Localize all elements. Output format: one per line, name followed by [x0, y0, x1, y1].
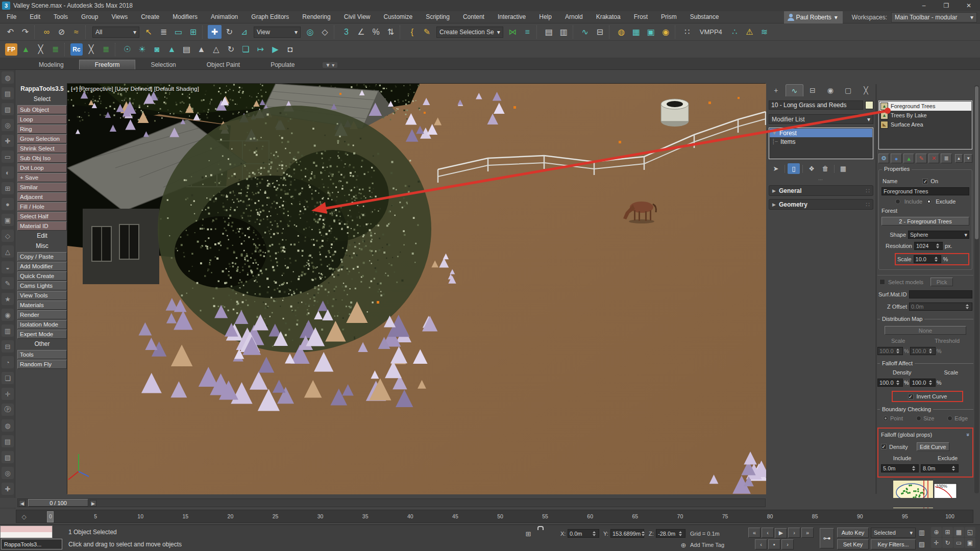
rappa-button-quick-create[interactable]: Quick Create [17, 271, 67, 281]
menu-group[interactable]: Group [75, 11, 105, 23]
menu-tools[interactable]: Tools [47, 11, 75, 23]
prev-key-icon[interactable]: ‹ [755, 539, 767, 549]
rendered-frame-icon[interactable]: ▣ [644, 25, 658, 39]
select-link-icon[interactable]: ∞ [40, 25, 54, 39]
refresh-icon[interactable]: ↻ [224, 42, 238, 56]
restore-button[interactable]: ❐ [935, 0, 958, 11]
rappa-button-material-id[interactable]: Material ID [17, 221, 67, 231]
side-tool-icon[interactable]: ✛ [2, 388, 14, 400]
fg-include-field[interactable]: 5.0m [881, 464, 919, 472]
rappa-button-adjacent[interactable]: Adjacent [17, 192, 67, 202]
go-to-start-icon[interactable]: « [748, 528, 761, 538]
named-selection-set-dropdown[interactable]: Create Selection Se▾ [436, 27, 503, 38]
side-tool-icon[interactable]: ● [2, 198, 14, 210]
select-move-icon[interactable]: ✚ [208, 25, 222, 39]
next-frame-icon[interactable]: › [788, 528, 800, 538]
menu-frost[interactable]: Frost [627, 11, 654, 23]
viewport-canvas[interactable] [67, 84, 766, 494]
menu-create[interactable]: Create [134, 11, 166, 23]
unlink-icon[interactable]: ⊘ [55, 25, 68, 39]
forest-object-button[interactable]: 2 - Foreground Trees [881, 217, 969, 226]
set-key-button[interactable]: Set Key [837, 539, 869, 549]
side-tool-icon[interactable]: ◍ [2, 419, 14, 432]
area-item-surface-area[interactable]: ◣Surface Area [879, 120, 971, 129]
time-slider-handle[interactable]: 0 / 100 [28, 499, 88, 507]
make-unique-icon[interactable]: ❖ [805, 163, 818, 174]
side-tool-icon[interactable]: ◎ [2, 119, 14, 131]
select-scale-icon[interactable]: ⊿ [237, 25, 251, 39]
railclone-lister-icon[interactable]: ≣ [99, 42, 113, 56]
side-tool-icon[interactable]: ⊟ [2, 340, 14, 353]
tab-freeform[interactable]: Freeform [79, 60, 136, 69]
light-lister-icon[interactable]: ☉ [120, 42, 134, 56]
spinner-snap-icon[interactable]: ⇅ [384, 25, 398, 39]
menu-edit[interactable]: Edit [23, 11, 47, 23]
side-tool-icon[interactable]: ◇ [2, 230, 14, 242]
rappa-button-loop[interactable]: Loop [17, 115, 67, 124]
x-field[interactable]: 0.0m [568, 529, 599, 538]
warning-icon[interactable]: ⚠ [743, 25, 756, 39]
object-name-field[interactable]: 10 - Long Grass and Reeds [769, 101, 863, 110]
side-tool-icon[interactable]: ▣ [2, 214, 14, 226]
fov-icon[interactable]: ▭ [953, 538, 964, 548]
tab-object-paint[interactable]: Object Paint [191, 60, 255, 69]
layers-stack-icon[interactable]: ❏ [239, 42, 253, 56]
side-tool-icon[interactable]: Ⓟ [2, 404, 14, 416]
hierarchy-tab-icon[interactable]: ⊟ [804, 84, 821, 96]
add-surface-icon[interactable]: ❂ [878, 154, 889, 163]
remove-modifier-icon[interactable]: 🗑︎ [819, 163, 831, 174]
edit-curve-button[interactable]: Edit Curve [917, 442, 949, 451]
sun-positioner-icon[interactable]: ☀ [135, 42, 149, 56]
time-slider-track[interactable]: ◀ 0 / 100 ▶ [17, 498, 766, 507]
railclone-tools-icon[interactable]: ╳ [84, 42, 98, 56]
rappa-button-ring[interactable]: Ring [17, 124, 67, 134]
forest-pack-icon[interactable]: FP [5, 43, 17, 56]
menu-prism[interactable]: Prism [654, 11, 683, 23]
particle-flow-icon[interactable]: ∴ [728, 25, 742, 39]
rappa-button-view-tools[interactable]: View Tools [17, 291, 67, 300]
material-editor-icon[interactable]: ◍ [615, 25, 628, 39]
rappa-button-dot-loop[interactable]: Dot Loop [17, 163, 67, 172]
area-item-trees-by-lake[interactable]: ▲Trees By Lake [879, 111, 971, 120]
tab-selection[interactable]: Selection [135, 60, 191, 69]
forward-icon[interactable]: ↦ [254, 42, 267, 56]
mini-icon-top[interactable]: ▥ [917, 528, 926, 537]
rappa-button-shrink-select[interactable]: Shrink Select [17, 144, 67, 153]
menu-customize[interactable]: Customize [377, 11, 420, 23]
zoom-region-icon[interactable]: ◱ [965, 527, 975, 537]
tree-list-icon[interactable]: ▤ [180, 42, 193, 56]
menu-animation[interactable]: Animation [204, 11, 244, 23]
side-tool-icon[interactable]: ◒ [2, 261, 14, 273]
snap-3d-icon[interactable]: 3 [339, 25, 353, 39]
configure-modifier-sets-icon[interactable]: ▦ [837, 163, 849, 174]
z-offset-field[interactable]: 0.0m [909, 303, 972, 311]
bind-spacewarp-icon[interactable]: ≈ [69, 25, 83, 39]
rappa-button-tools[interactable]: Tools [17, 350, 67, 359]
key-mode-icon[interactable]: ▪ [768, 539, 780, 549]
redo-icon[interactable]: ↷ [18, 25, 32, 39]
layer-explorer-icon[interactable]: ▥ [557, 25, 571, 39]
undo-icon[interactable]: ↶ [4, 25, 17, 39]
move-down-icon[interactable]: ▼ [964, 154, 972, 163]
fg-density-checkbox[interactable]: ✓ [881, 444, 887, 449]
tab-modeling[interactable]: Modeling [23, 60, 79, 69]
side-tool-icon[interactable]: ▥ [2, 324, 14, 337]
side-tool-icon[interactable]: △ [2, 245, 14, 258]
prev-frame-icon[interactable]: ‹ [762, 528, 774, 538]
rappa-button-sub-obj-iso[interactable]: Sub Obj Iso [17, 154, 67, 163]
side-tool-icon[interactable]: ❏ [2, 372, 14, 384]
rappa-button-cams-lights[interactable]: Cams Lights [17, 281, 67, 290]
rappa-button-materials[interactable]: Materials [17, 300, 67, 310]
rollout-geometry[interactable]: ▶Geometry∷ [769, 199, 873, 210]
viewport-label[interactable]: [+] [Perspective] [User Defined] [Defaul… [71, 86, 199, 92]
side-tool-icon[interactable]: ◔ [2, 356, 14, 368]
collapse-chevron-icon[interactable]: » [965, 433, 971, 436]
mirror-icon[interactable]: ⋈ [506, 25, 520, 39]
viewport[interactable]: [+] [Perspective] [User Defined] [Defaul… [67, 83, 766, 494]
rappa-button-fill-hole[interactable]: Fill / Hole [17, 202, 67, 211]
named-sets-icon[interactable]: { [405, 25, 419, 39]
next-key-icon[interactable]: › [781, 539, 794, 549]
menu-views[interactable]: Views [105, 11, 134, 23]
menu-modifiers[interactable]: Modifiers [166, 11, 204, 23]
z-field[interactable]: -28.0m [656, 529, 685, 538]
